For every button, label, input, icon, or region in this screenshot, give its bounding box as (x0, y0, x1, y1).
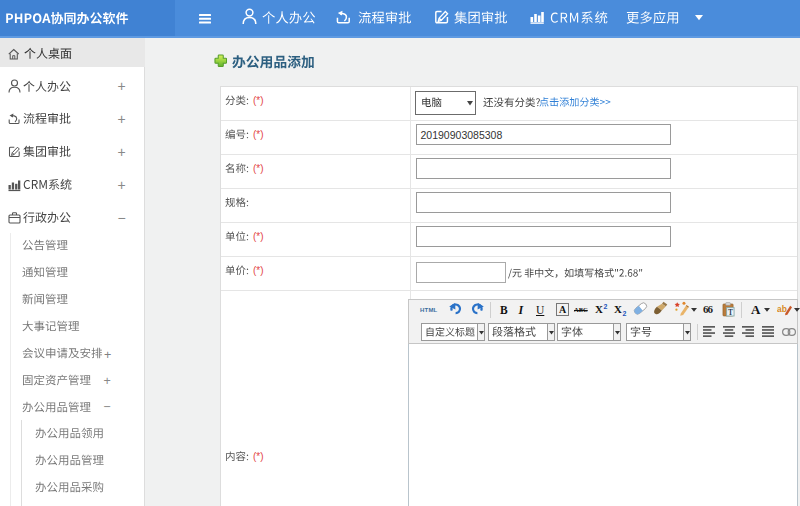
svg-text:ab: ab (777, 304, 787, 314)
svg-text:T: T (728, 308, 733, 317)
